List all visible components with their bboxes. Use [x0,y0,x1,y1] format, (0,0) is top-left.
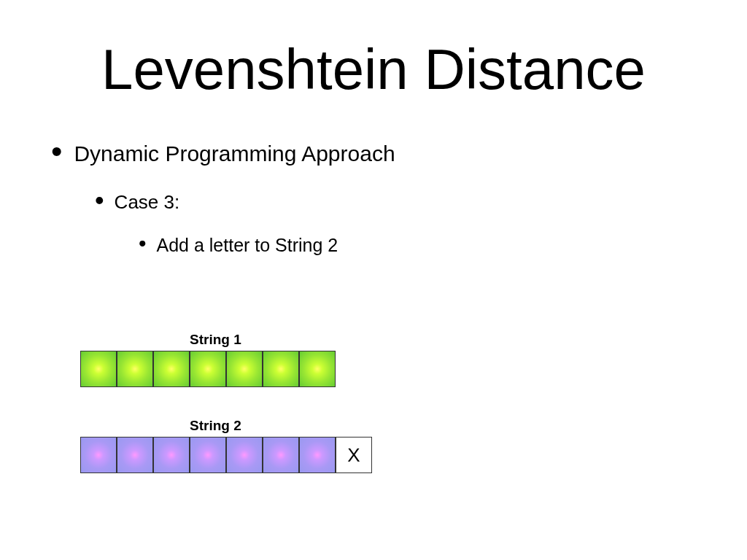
string2-label: String 2 [190,418,372,434]
string1-cell [153,351,190,387]
string2-row: X [80,437,372,473]
diagram-spacer [80,387,372,418]
added-letter-cell: X [336,437,372,473]
bullet-text: Add a letter to String 2 [157,235,338,256]
bullet-dot-icon: • [95,192,104,209]
string1-cell [190,351,226,387]
slide: Levenshtein Distance • Dynamic Programmi… [0,0,747,560]
string1-cell [117,351,153,387]
bullet-list: • Dynamic Programming Approach • Case 3:… [51,139,693,256]
string1-cell [226,351,263,387]
bullet-level-2: • Case 3: [95,190,693,214]
strings-diagram: String 1 String 2 X [80,332,372,473]
string1-row [80,351,372,387]
bullet-text: Dynamic Programming Approach [74,141,395,166]
slide-title: Levenshtein Distance [0,36,747,103]
bullet-level-3: • Add a letter to String 2 [139,234,693,256]
string2-cell [153,437,190,473]
string2-cell [80,437,117,473]
bullet-text: Case 3: [115,191,180,214]
string2-cell [190,437,226,473]
string1-label: String 1 [190,332,372,348]
string2-cell [299,437,336,473]
bullet-level-1: • Dynamic Programming Approach [51,139,693,166]
string1-cell [299,351,336,387]
bullet-dot-icon: • [51,141,62,162]
string1-cell [263,351,299,387]
string1-cell [80,351,117,387]
string2-cell [117,437,153,473]
string2-cell [263,437,299,473]
bullet-dot-icon: • [139,236,147,251]
string2-cell [226,437,263,473]
